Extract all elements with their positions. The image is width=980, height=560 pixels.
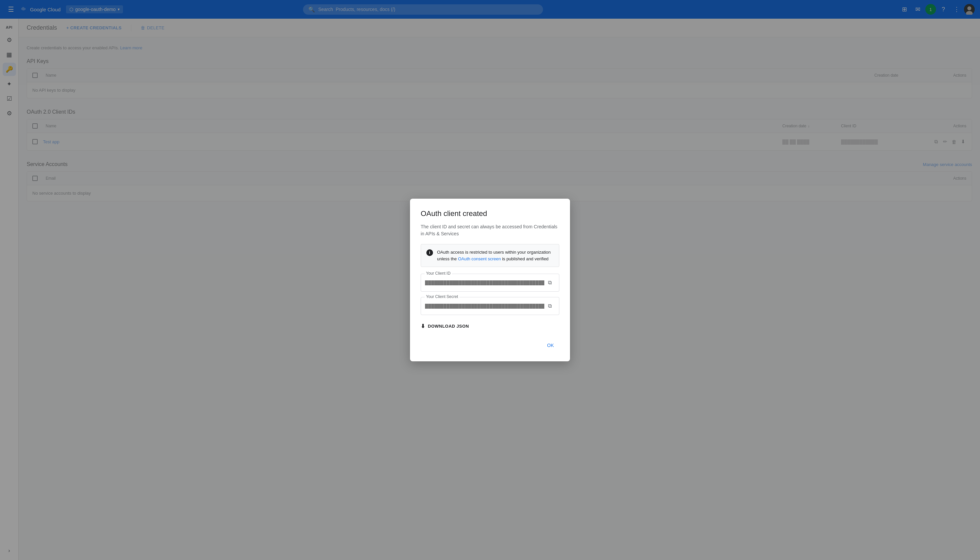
copy-client-id-button[interactable]: ⧉ [544, 277, 555, 288]
dialog-title: OAuth client created [421, 209, 559, 218]
client-secret-input-row: ⧉ [421, 297, 559, 315]
client-id-label: Your Client ID [425, 271, 452, 276]
client-secret-label: Your Client Secret [425, 294, 459, 299]
info-box-text: OAuth access is restricted to users with… [437, 249, 554, 262]
client-secret-field-group: Your Client Secret ⧉ [421, 297, 559, 315]
client-id-input-row: ⧉ [421, 274, 559, 292]
info-box-text-after: is published and verified [501, 256, 549, 261]
dialog-description: The client ID and secret can always be a… [421, 223, 559, 237]
client-secret-input[interactable] [425, 304, 544, 309]
client-id-input[interactable] [425, 280, 544, 285]
info-box-icon: i [426, 249, 433, 256]
download-json-label: DOWNLOAD JSON [428, 324, 469, 329]
copy-client-secret-button[interactable]: ⧉ [544, 301, 555, 311]
download-json-button[interactable]: ⬇ DOWNLOAD JSON [421, 320, 469, 332]
modal-overlay: OAuth client created The client ID and s… [0, 0, 980, 560]
client-id-field-group: Your Client ID ⧉ [421, 274, 559, 292]
download-icon: ⬇ [421, 323, 425, 329]
ok-button[interactable]: OK [542, 340, 559, 351]
dialog-info-box: i OAuth access is restricted to users wi… [421, 244, 559, 267]
oauth-consent-screen-link[interactable]: OAuth consent screen [458, 256, 501, 261]
dialog-footer: OK [421, 340, 559, 351]
oauth-created-dialog: OAuth client created The client ID and s… [410, 199, 570, 361]
